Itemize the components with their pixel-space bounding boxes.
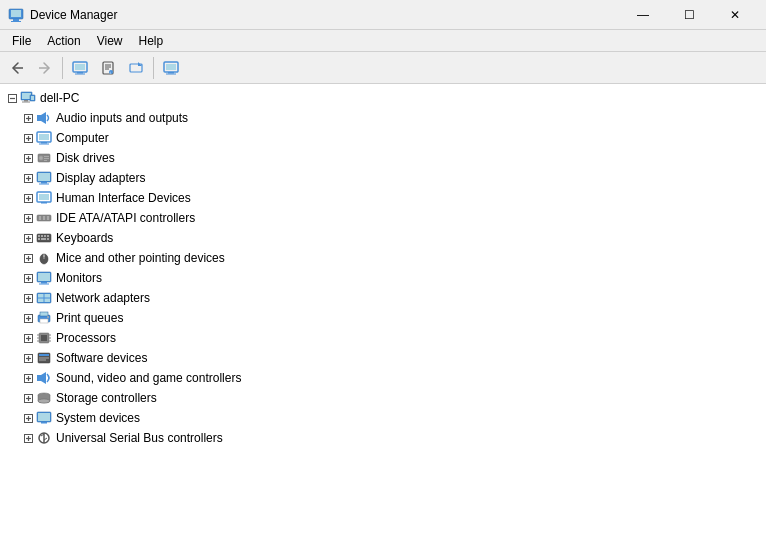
item-expander-4[interactable] bbox=[20, 190, 36, 206]
item-expander-0[interactable] bbox=[20, 110, 36, 126]
tree-item[interactable]: Audio inputs and outputs bbox=[0, 108, 766, 128]
item-label-10: Print queues bbox=[56, 311, 123, 325]
close-button[interactable]: ✕ bbox=[712, 0, 758, 30]
svg-rect-38 bbox=[39, 144, 49, 145]
item-label-15: System devices bbox=[56, 411, 140, 425]
svg-rect-45 bbox=[44, 158, 49, 159]
forward-button[interactable] bbox=[32, 55, 58, 81]
show-hidden-button[interactable] bbox=[67, 55, 93, 81]
menu-action[interactable]: Action bbox=[39, 30, 88, 52]
svg-rect-36 bbox=[39, 134, 49, 140]
item-icon-11 bbox=[36, 330, 52, 346]
svg-rect-66 bbox=[47, 216, 49, 220]
item-expander-6[interactable] bbox=[20, 230, 36, 246]
maximize-button[interactable]: ☐ bbox=[666, 0, 712, 30]
item-icon-12 bbox=[36, 350, 52, 366]
svg-marker-127 bbox=[41, 372, 46, 384]
svg-rect-59 bbox=[41, 202, 47, 204]
svg-rect-44 bbox=[44, 156, 49, 157]
svg-rect-102 bbox=[40, 312, 48, 316]
item-icon-4 bbox=[36, 190, 52, 206]
tree-item[interactable]: Computer bbox=[0, 128, 766, 148]
svg-rect-71 bbox=[38, 235, 40, 237]
update-driver-button[interactable] bbox=[123, 55, 149, 81]
back-button[interactable] bbox=[4, 55, 30, 81]
tree-item[interactable]: Software devices bbox=[0, 348, 766, 368]
item-label-5: IDE ATA/ATAPI controllers bbox=[56, 211, 195, 225]
display-button[interactable] bbox=[158, 55, 184, 81]
item-label-14: Storage controllers bbox=[56, 391, 157, 405]
item-icon-5 bbox=[36, 210, 52, 226]
tree-item[interactable]: System devices bbox=[0, 408, 766, 428]
item-expander-9[interactable] bbox=[20, 290, 36, 306]
root-expander[interactable] bbox=[4, 90, 20, 106]
tree-item[interactable]: Network adapters bbox=[0, 288, 766, 308]
tree-item[interactable]: IDE ATA/ATAPI controllers bbox=[0, 208, 766, 228]
toolbar: i bbox=[0, 52, 766, 84]
item-expander-2[interactable] bbox=[20, 150, 36, 166]
item-icon-10 bbox=[36, 310, 52, 326]
menu-view[interactable]: View bbox=[89, 30, 131, 52]
item-icon-14 bbox=[36, 390, 52, 406]
svg-rect-26 bbox=[31, 96, 34, 100]
menu-bar: File Action View Help bbox=[0, 30, 766, 52]
tree-root[interactable]: dell-PC bbox=[0, 88, 766, 108]
tree-item[interactable]: Keyboards bbox=[0, 228, 766, 248]
item-icon-2 bbox=[36, 150, 52, 166]
minimize-button[interactable]: — bbox=[620, 0, 666, 30]
item-expander-1[interactable] bbox=[20, 130, 36, 146]
svg-point-132 bbox=[38, 399, 50, 403]
item-expander-12[interactable] bbox=[20, 350, 36, 366]
svg-rect-16 bbox=[166, 64, 176, 70]
svg-rect-23 bbox=[24, 100, 28, 102]
svg-rect-22 bbox=[22, 93, 31, 99]
svg-rect-77 bbox=[47, 238, 49, 240]
properties-button[interactable]: i bbox=[95, 55, 121, 81]
tree-item[interactable]: Print queues bbox=[0, 308, 766, 328]
tree-item[interactable]: Processors bbox=[0, 328, 766, 348]
item-expander-8[interactable] bbox=[20, 270, 36, 286]
item-label-6: Keyboards bbox=[56, 231, 113, 245]
svg-rect-2 bbox=[13, 19, 19, 21]
tree-item[interactable]: Disk drives bbox=[0, 148, 766, 168]
svg-rect-6 bbox=[77, 72, 83, 74]
item-expander-14[interactable] bbox=[20, 390, 36, 406]
item-icon-9 bbox=[36, 290, 52, 306]
item-expander-16[interactable] bbox=[20, 430, 36, 446]
svg-point-104 bbox=[47, 316, 49, 318]
item-expander-7[interactable] bbox=[20, 250, 36, 266]
item-label-3: Display adapters bbox=[56, 171, 145, 185]
main-content[interactable]: dell-PC Audio inputs and outputs Compute… bbox=[0, 84, 766, 538]
item-expander-11[interactable] bbox=[20, 330, 36, 346]
window-title: Device Manager bbox=[30, 8, 620, 22]
item-expander-10[interactable] bbox=[20, 310, 36, 326]
menu-file[interactable]: File bbox=[4, 30, 39, 52]
svg-rect-30 bbox=[37, 115, 41, 121]
window-controls: — ☐ ✕ bbox=[620, 0, 758, 30]
item-expander-15[interactable] bbox=[20, 410, 36, 426]
tree-item[interactable]: Mice and other pointing devices bbox=[0, 248, 766, 268]
svg-rect-88 bbox=[38, 273, 50, 281]
svg-rect-24 bbox=[22, 102, 30, 103]
tree-item[interactable]: Monitors bbox=[0, 268, 766, 288]
svg-rect-1 bbox=[11, 10, 21, 17]
item-label-8: Monitors bbox=[56, 271, 102, 285]
menu-help[interactable]: Help bbox=[131, 30, 172, 52]
item-icon-6 bbox=[36, 230, 52, 246]
svg-rect-76 bbox=[41, 238, 46, 240]
svg-rect-53 bbox=[39, 184, 49, 185]
item-expander-13[interactable] bbox=[20, 370, 36, 386]
root-icon bbox=[20, 90, 36, 106]
tree-item[interactable]: Human Interface Devices bbox=[0, 188, 766, 208]
tree-item[interactable]: Universal Serial Bus controllers bbox=[0, 428, 766, 448]
toolbar-separator-2 bbox=[153, 57, 154, 79]
tree-item[interactable]: Display adapters bbox=[0, 168, 766, 188]
tree-item[interactable]: Sound, video and game controllers bbox=[0, 368, 766, 388]
tree-item[interactable]: Storage controllers bbox=[0, 388, 766, 408]
device-tree: dell-PC Audio inputs and outputs Compute… bbox=[0, 86, 766, 450]
svg-rect-74 bbox=[47, 235, 49, 237]
svg-rect-137 bbox=[38, 413, 50, 421]
item-expander-3[interactable] bbox=[20, 170, 36, 186]
item-expander-5[interactable] bbox=[20, 210, 36, 226]
item-icon-1 bbox=[36, 130, 52, 146]
